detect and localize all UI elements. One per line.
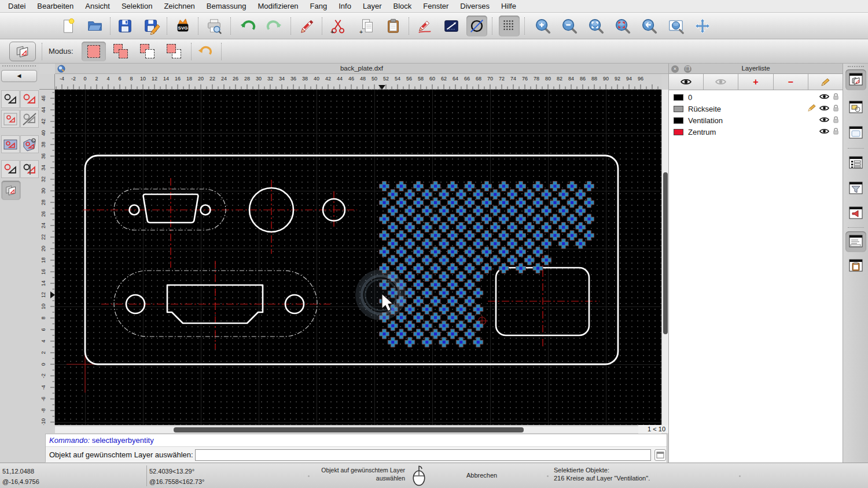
svg-text:20: 20 [41, 246, 46, 252]
add-layer-button[interactable]: + [738, 74, 773, 90]
zoom-selection-button[interactable] [612, 16, 633, 36]
layer-row[interactable]: Zentrum [669, 126, 843, 138]
zoom-in-button[interactable] [532, 16, 553, 36]
layer-name[interactable]: Ventilation [688, 116, 723, 125]
menu-datei[interactable]: Datei [2, 0, 31, 13]
undo-button[interactable] [237, 16, 258, 36]
clipboard-panel-button[interactable] [845, 256, 866, 276]
zoom-window-button[interactable] [665, 16, 686, 36]
mode-replace-selection-button[interactable] [82, 42, 106, 61]
menu-selektion[interactable]: Selektion [116, 0, 158, 13]
redo-button[interactable] [264, 16, 285, 36]
save-button[interactable] [115, 16, 135, 36]
layer-visibility-icon[interactable] [819, 128, 829, 136]
select-all-button[interactable] [1, 90, 20, 108]
svg-text:36: 36 [41, 153, 46, 159]
layer-row[interactable]: Rückseite [669, 103, 843, 114]
svg-text:2: 2 [41, 351, 46, 354]
deselect-window-button[interactable] [20, 110, 39, 128]
restore-selection-button[interactable] [194, 41, 215, 62]
property-editor-panel-button[interactable] [845, 153, 866, 173]
new-file-button[interactable] [58, 16, 79, 36]
edit-layer-button[interactable] [808, 74, 843, 90]
document-tab[interactable]: back_plate.dxf [55, 65, 668, 72]
select-layer-entities-button[interactable] [1, 180, 21, 200]
menu-ansicht[interactable]: Ansicht [79, 0, 116, 13]
zoom-auto-button[interactable] [586, 16, 606, 36]
layer-visibility-icon[interactable] [819, 93, 829, 102]
mode-remove-from-selection-button[interactable] [135, 42, 160, 61]
layer-visibility-icon[interactable] [819, 105, 829, 113]
menu-diverses[interactable]: Diverses [454, 0, 495, 13]
zoom-previous-view-button[interactable] [639, 16, 660, 36]
circle-tool-button[interactable] [466, 16, 487, 36]
copy-button[interactable]: + [356, 16, 377, 36]
active-tool-indicator-select-layer-entities[interactable] [9, 42, 36, 61]
menu-hilfe[interactable]: Hilfe [495, 0, 522, 13]
remove-layer-button[interactable]: − [774, 74, 808, 90]
command-line-panel-button[interactable] [845, 231, 866, 252]
deselect-contour-button[interactable] [20, 160, 39, 178]
mode-intersect-selection-button[interactable] [162, 42, 186, 61]
paste-button[interactable] [383, 16, 404, 36]
collapse-sidebar-button[interactable]: ◀ [1, 70, 37, 82]
block-list-panel-button[interactable] [845, 97, 866, 118]
deselect-intersected-button[interactable] [20, 135, 39, 153]
command-options-button[interactable] [654, 449, 666, 461]
menu-fenster[interactable]: Fenster [417, 0, 454, 13]
layer-row[interactable]: 0 [669, 91, 843, 103]
layer-color-swatch[interactable] [674, 117, 683, 124]
select-intersected-button[interactable] [1, 135, 20, 153]
print-preview-button[interactable] [204, 16, 225, 36]
grid-toggle-button[interactable] [499, 16, 520, 36]
svg-text:28: 28 [244, 76, 250, 82]
layer-color-swatch[interactable] [674, 94, 683, 101]
layer-visibility-icon[interactable] [819, 116, 829, 125]
delete-button[interactable] [296, 16, 317, 36]
library-browser-panel-button[interactable] [845, 123, 866, 143]
menu-info[interactable]: Info [333, 0, 357, 13]
hide-all-layers-button[interactable] [704, 74, 738, 90]
menu-layer[interactable]: Layer [357, 0, 388, 13]
layer-lock-icon[interactable] [833, 104, 839, 114]
menu-fang[interactable]: Fang [304, 0, 333, 13]
open-file-button[interactable] [84, 16, 105, 36]
ventilation-holes-selected[interactable] [380, 182, 594, 347]
layer-name[interactable]: Zentrum [688, 128, 716, 136]
show-all-layers-button[interactable] [669, 74, 704, 90]
draw-pencil-button[interactable] [414, 16, 435, 36]
horizontal-scrollbar[interactable] [55, 426, 638, 433]
select-contour-button[interactable] [1, 160, 20, 178]
layer-name[interactable]: Rückseite [688, 105, 721, 113]
deselect-all-button[interactable] [20, 90, 39, 108]
layer-list-panel-button[interactable] [845, 69, 866, 90]
menu-zeichnen[interactable]: Zeichnen [158, 0, 200, 13]
layer-lock-icon[interactable] [833, 93, 839, 102]
vertical-scrollbar-handle[interactable] [663, 172, 668, 334]
layer-color-swatch[interactable] [674, 129, 683, 135]
cut-button[interactable]: + [328, 16, 348, 36]
drawing-canvas[interactable] [55, 90, 661, 425]
command-input[interactable] [195, 449, 651, 461]
layer-color-swatch[interactable] [674, 106, 683, 112]
select-window-button[interactable] [1, 110, 20, 128]
command-trigger-panel-button[interactable] [845, 203, 866, 224]
menu-bemassung[interactable]: Bemassung [201, 0, 252, 13]
cutout-entities[interactable] [126, 188, 589, 335]
menu-bearbeiten[interactable]: Bearbeiten [31, 0, 79, 13]
horizontal-scrollbar-handle[interactable] [174, 427, 524, 432]
line-tool-button[interactable] [441, 16, 462, 36]
svg-export-button[interactable]: SVG [172, 16, 193, 36]
selection-filter-panel-button[interactable] [845, 178, 866, 199]
vertical-scrollbar[interactable] [661, 90, 668, 425]
layer-row[interactable]: Ventilation [669, 114, 843, 126]
save-as-button[interactable] [141, 16, 162, 36]
menu-modifizieren[interactable]: Modifizieren [252, 0, 304, 13]
pan-button[interactable] [692, 16, 713, 36]
layer-lock-icon[interactable] [833, 127, 839, 137]
layer-name[interactable]: 0 [688, 93, 692, 102]
layer-lock-icon[interactable] [833, 116, 839, 125]
menu-block[interactable]: Block [387, 0, 417, 13]
zoom-out-button[interactable] [559, 16, 580, 36]
mode-add-to-selection-button[interactable] [109, 42, 133, 61]
